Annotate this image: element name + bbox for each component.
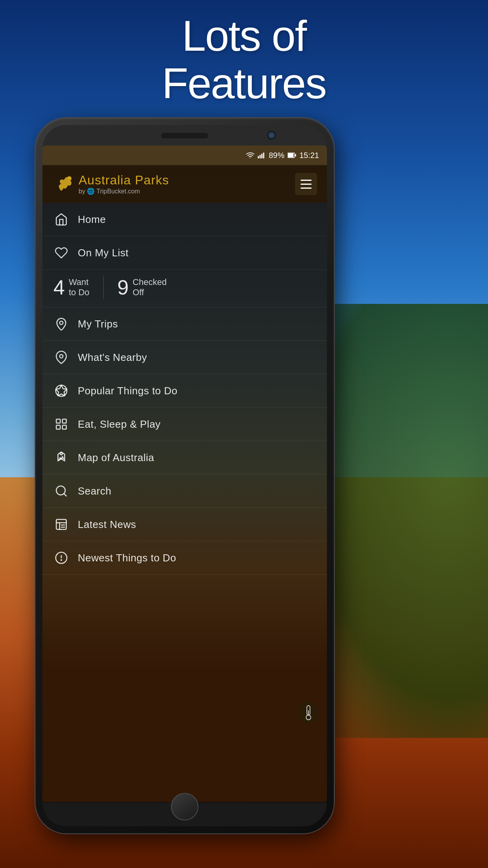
nav-label-on-my-list: On My List — [78, 247, 128, 259]
phone-body: 89% 15:21 — [35, 118, 334, 833]
signal-icon — [258, 151, 266, 159]
status-icons: 89% 15:21 — [246, 151, 319, 160]
popular-icon — [53, 383, 69, 399]
svg-rect-1 — [258, 156, 259, 158]
stat-divider — [103, 276, 104, 299]
nav-item-whats-nearby[interactable]: What's Nearby — [42, 341, 327, 374]
nearby-icon — [53, 349, 69, 365]
thermometer-icon — [303, 705, 314, 721]
hamburger-line-2 — [301, 184, 312, 185]
temperature-button[interactable] — [297, 702, 319, 723]
nav-label-latest-news: Latest News — [78, 519, 136, 531]
heart-icon — [53, 245, 69, 261]
wifi-icon — [246, 151, 255, 160]
svg-point-29 — [306, 715, 311, 720]
header-text: Lots of Features — [0, 12, 488, 107]
svg-rect-6 — [288, 153, 294, 157]
kangaroo-logo — [52, 174, 74, 194]
nav-item-on-my-list[interactable]: On My List — [42, 236, 327, 270]
svg-point-9 — [60, 321, 63, 325]
svg-rect-14 — [62, 419, 66, 423]
nav-label-map: Map of Australia — [78, 452, 154, 464]
nav-item-latest-news[interactable]: Latest News — [42, 508, 327, 541]
hamburger-button[interactable] — [295, 173, 317, 195]
svg-rect-4 — [263, 153, 264, 158]
svg-rect-15 — [56, 425, 60, 429]
app-logo: Australia Parks by 🌐 TripBucket.com — [52, 173, 169, 195]
nav-label-my-trips: My Trips — [78, 318, 118, 330]
want-to-do-label: Wantto Do — [69, 277, 90, 298]
battery-icon — [288, 153, 296, 158]
header-line2: Features — [162, 59, 326, 107]
nav-label-eat-sleep: Eat, Sleep & Play — [78, 418, 161, 430]
svg-rect-2 — [259, 155, 261, 158]
nav-item-map[interactable]: Map of Australia — [42, 441, 327, 474]
time-text: 15:21 — [299, 151, 319, 160]
checked-off-count: 9 — [117, 276, 129, 299]
nav-item-eat-sleep[interactable]: Eat, Sleep & Play — [42, 408, 327, 441]
nav-label-whats-nearby: What's Nearby — [78, 351, 147, 364]
app-name-main: Australia Parks — [79, 173, 169, 188]
svg-point-17 — [60, 452, 62, 455]
phone-top-bar — [42, 125, 327, 149]
map-icon — [53, 450, 69, 465]
svg-rect-20 — [56, 519, 66, 530]
nav-item-home[interactable]: Home — [42, 203, 327, 236]
app-name-sub: by 🌐 TripBucket.com — [79, 188, 169, 195]
svg-line-19 — [64, 494, 66, 496]
app-name-container: Australia Parks by 🌐 TripBucket.com — [79, 173, 169, 195]
nav-item-popular-things[interactable]: Popular Things to Do — [42, 374, 327, 408]
svg-rect-3 — [261, 154, 262, 158]
nav-item-search[interactable]: Search — [42, 474, 327, 508]
svg-point-8 — [68, 177, 71, 180]
status-bar: 89% 15:21 — [42, 145, 327, 165]
trips-icon — [53, 316, 69, 332]
want-to-do-stat: 4 Wantto Do — [53, 276, 90, 299]
nav-item-newest-things[interactable]: Newest Things to Do — [42, 541, 327, 575]
nav-label-home: Home — [78, 213, 106, 226]
phone-screen: 89% 15:21 — [42, 145, 327, 802]
page-header: Lots of Features — [0, 12, 488, 107]
hamburger-line-1 — [301, 180, 312, 181]
phone-home-button[interactable] — [171, 793, 198, 820]
phone-speaker — [161, 133, 208, 138]
app-header: Australia Parks by 🌐 TripBucket.com — [42, 165, 327, 203]
news-icon — [53, 517, 69, 532]
home-icon — [53, 211, 69, 227]
svg-rect-13 — [56, 419, 60, 423]
phone-bottom — [42, 803, 327, 826]
nav-item-my-trips[interactable]: My Trips — [42, 307, 327, 341]
nav-label-search: Search — [78, 485, 111, 497]
svg-rect-7 — [295, 154, 296, 156]
checked-off-stat: 9 CheckedOff — [117, 276, 167, 299]
header-line1: Lots of — [182, 11, 306, 60]
hamburger-line-3 — [301, 188, 312, 189]
svg-rect-16 — [62, 425, 66, 429]
svg-point-0 — [250, 158, 251, 158]
newest-icon — [53, 550, 69, 566]
svg-point-10 — [60, 355, 63, 358]
screen-content: 89% 15:21 — [42, 145, 327, 575]
eat-sleep-icon — [53, 416, 69, 432]
want-to-do-count: 4 — [53, 276, 65, 299]
checked-off-label: CheckedOff — [132, 277, 167, 298]
phone-camera — [267, 131, 276, 140]
nav-label-newest-things: Newest Things to Do — [78, 552, 176, 564]
nav-label-popular-things: Popular Things to Do — [78, 385, 178, 397]
battery-text: 89% — [269, 151, 284, 160]
search-icon — [53, 483, 69, 499]
stats-row: 4 Wantto Do 9 CheckedOff — [42, 270, 327, 307]
phone-mockup: 89% 15:21 — [35, 118, 334, 833]
